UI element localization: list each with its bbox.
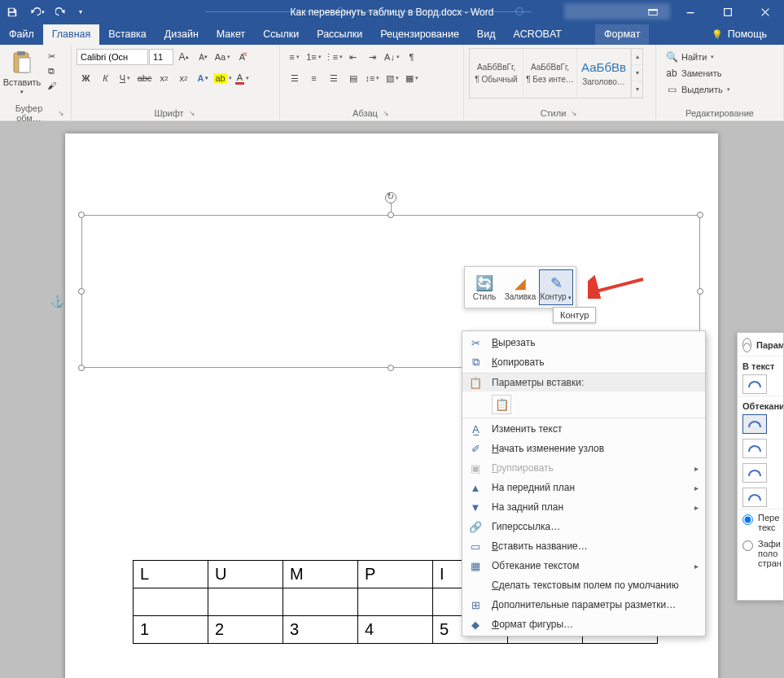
undo-icon[interactable]: ▾ xyxy=(24,0,49,24)
replace-icon: ab xyxy=(666,68,677,79)
tab-design[interactable]: Дизайн xyxy=(155,24,208,45)
ctx-edit-points[interactable]: ✐Начать изменение узлов xyxy=(462,439,705,458)
font-color-icon[interactable]: A xyxy=(233,69,252,87)
strike-icon[interactable]: abc xyxy=(135,69,154,87)
styles-gallery[interactable]: АаБбВвГг, ¶ Обычный АаБбВвГг, ¶ Без инте… xyxy=(469,48,643,98)
shape-outline-button[interactable]: ✎Контур ▾ xyxy=(539,269,573,305)
shrink-font-icon[interactable]: A▾ xyxy=(194,48,212,66)
styles-launcher-icon[interactable]: ↘ xyxy=(569,109,579,117)
select-button[interactable]: ▭Выделить▾ xyxy=(663,82,734,97)
borders-icon[interactable]: ▦ xyxy=(402,69,421,87)
font-size-input[interactable] xyxy=(149,49,173,65)
ctx-hyperlink[interactable]: 🔗Гиперссылка… xyxy=(462,517,705,536)
tab-format[interactable]: Формат xyxy=(595,24,649,45)
tab-file[interactable]: Файл xyxy=(0,24,43,45)
bold-icon[interactable]: Ж xyxy=(77,69,95,87)
tab-insert[interactable]: Вставка xyxy=(99,24,155,45)
resize-handle-e[interactable] xyxy=(697,288,703,295)
tell-me[interactable]: Помощь xyxy=(703,24,776,45)
style-no-spacing[interactable]: АаБбВвГг, ¶ Без инте… xyxy=(523,49,577,98)
justify-icon[interactable]: ▤ xyxy=(344,69,362,87)
paste-keep-source-icon[interactable]: 📋 xyxy=(492,395,511,414)
underline-icon[interactable]: Ч xyxy=(116,69,134,87)
paragraph-launcher-icon[interactable]: ↘ xyxy=(381,109,391,117)
numbering-icon[interactable]: 1≡ xyxy=(304,48,323,66)
decrease-indent-icon[interactable]: ⇤ xyxy=(344,48,362,66)
resize-handle-sw[interactable] xyxy=(78,365,85,371)
resize-handle-s[interactable] xyxy=(388,365,394,371)
multilevel-icon[interactable]: ⋮≡ xyxy=(324,48,343,66)
rotate-handle[interactable] xyxy=(385,192,396,203)
layout-wrap-thumb[interactable] xyxy=(742,463,767,483)
resize-handle-w[interactable] xyxy=(78,288,85,295)
style-normal[interactable]: АаБбВвГг, ¶ Обычный xyxy=(470,49,523,98)
ctx-caption[interactable]: ▭Вставить название… xyxy=(462,536,705,556)
grow-font-icon[interactable]: A▴ xyxy=(174,48,193,66)
layout-wrap-thumb[interactable] xyxy=(742,414,767,434)
bullets-icon[interactable]: ≡ xyxy=(285,48,304,66)
change-case-icon[interactable]: Aa xyxy=(213,48,232,66)
close-icon[interactable] xyxy=(747,0,784,24)
style-heading1[interactable]: АаБбВв Заголово… xyxy=(577,49,631,98)
layout-inline-thumb[interactable] xyxy=(742,374,767,394)
clipboard-launcher-icon[interactable]: ↘ xyxy=(56,109,66,117)
font-launcher-icon[interactable]: ↘ xyxy=(187,109,197,117)
layout-fix-position[interactable]: Зафиполостран xyxy=(738,536,783,571)
save-icon[interactable] xyxy=(0,0,24,24)
ctx-edit-text[interactable]: A̲Изменить текст xyxy=(462,419,705,439)
shape-fill-button[interactable]: ◢Заливка xyxy=(503,269,537,305)
sort-icon[interactable]: A↓ xyxy=(383,48,401,66)
copy-icon[interactable]: ⧉ xyxy=(42,64,60,77)
superscript-icon[interactable]: x2 xyxy=(174,69,193,87)
text-effects-icon[interactable]: A xyxy=(194,69,212,87)
layout-move-with-text[interactable]: Перетекс xyxy=(738,510,783,536)
redo-icon[interactable] xyxy=(49,0,73,24)
format-painter-icon[interactable]: 🖌 xyxy=(42,79,60,92)
cut-icon[interactable]: ✂ xyxy=(42,50,60,63)
styles-more-icon[interactable]: ▾ xyxy=(632,81,642,98)
maximize-icon[interactable] xyxy=(709,0,747,24)
qat-customize-icon[interactable]: ▾ xyxy=(73,0,88,24)
ctx-wrap[interactable]: ▦Обтекание текстом xyxy=(462,556,705,575)
align-left-icon[interactable]: ☰ xyxy=(285,69,304,87)
ctx-default-textbox[interactable]: Сделать текстовым полем по умолчанию xyxy=(462,575,705,595)
tab-view[interactable]: Вид xyxy=(468,24,505,45)
tab-layout[interactable]: Макет xyxy=(208,24,254,45)
italic-icon[interactable]: К xyxy=(96,69,115,87)
find-button[interactable]: 🔍Найти▾ xyxy=(663,50,734,64)
resize-handle-nw[interactable] xyxy=(78,212,85,218)
ctx-send-back[interactable]: ▼На задний план xyxy=(462,497,705,517)
tab-review[interactable]: Рецензирование xyxy=(371,24,468,45)
resize-handle-ne[interactable] xyxy=(697,212,703,218)
clear-formatting-icon[interactable]: A⨯ xyxy=(233,48,252,66)
ctx-more-layout[interactable]: ⊞Дополнительные параметры разметки… xyxy=(462,595,705,615)
ribbon-display-icon[interactable] xyxy=(634,0,672,24)
ctx-copy[interactable]: ⧉Копировать xyxy=(462,352,705,372)
tab-references[interactable]: Ссылки xyxy=(254,24,308,45)
tab-mailings[interactable]: Рассылки xyxy=(308,24,371,45)
line-spacing-icon[interactable]: ↕≡ xyxy=(363,69,382,87)
ctx-cut[interactable]: ✂Вырезать xyxy=(462,333,705,352)
align-right-icon[interactable]: ☰ xyxy=(324,69,343,87)
styles-up-icon[interactable]: ▴ xyxy=(632,49,642,65)
shading-icon[interactable]: ▧ xyxy=(383,69,401,87)
minimize-icon[interactable] xyxy=(672,0,709,24)
ctx-format-shape[interactable]: ◆Формат фигуры… xyxy=(462,615,705,634)
layout-wrap-thumb[interactable] xyxy=(742,439,767,458)
shape-style-button[interactable]: 🔄Стиль xyxy=(467,269,501,305)
subscript-icon[interactable]: x2 xyxy=(155,69,173,87)
increase-indent-icon[interactable]: ⇥ xyxy=(363,48,382,66)
send-back-icon: ▼ xyxy=(467,501,484,514)
layout-wrap-thumb[interactable] xyxy=(742,488,767,507)
styles-down-icon[interactable]: ▾ xyxy=(632,65,642,81)
paste-button[interactable]: Вставить ▾ xyxy=(5,48,39,95)
tab-acrobat[interactable]: ACROBAT xyxy=(504,24,571,45)
align-center-icon[interactable]: ≡ xyxy=(304,69,323,87)
highlight-icon[interactable]: ab xyxy=(213,69,232,87)
replace-button[interactable]: abЗаменить xyxy=(663,66,734,81)
tab-home[interactable]: Главная xyxy=(43,24,100,45)
resize-handle-n[interactable] xyxy=(388,212,394,218)
ctx-bring-front[interactable]: ▲На передний план xyxy=(462,478,705,497)
font-name-input[interactable] xyxy=(77,49,148,65)
show-marks-icon[interactable]: ¶ xyxy=(402,48,421,66)
